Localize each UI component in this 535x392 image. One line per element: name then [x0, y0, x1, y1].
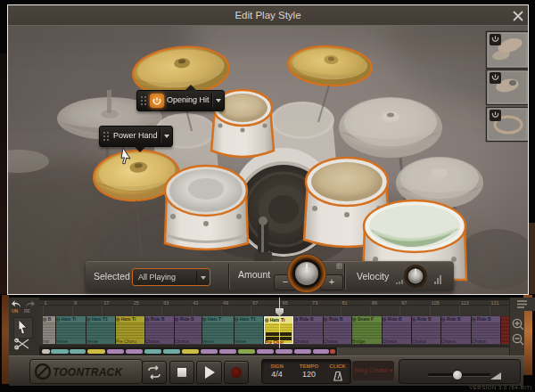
svg-text:TOONTRACK: TOONTRACK [53, 366, 123, 379]
